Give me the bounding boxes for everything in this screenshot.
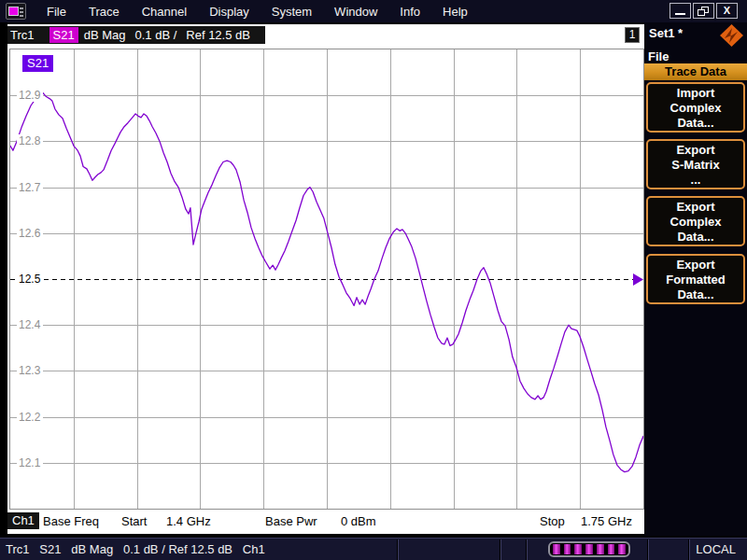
base-power-value: 0 dBm — [341, 514, 376, 528]
window-controls: X — [669, 3, 738, 19]
progress-segment — [618, 544, 626, 554]
softkey-menu-header: File — [648, 49, 669, 63]
remote-local-mode-label: LOCAL — [696, 542, 736, 556]
menu-item-info[interactable]: Info — [388, 2, 431, 21]
menu-item-system[interactable]: System — [261, 2, 323, 21]
menu-item-channel[interactable]: Channel — [131, 2, 198, 21]
channel-bar: Ch1 Base Freq Start 1.4 GHz Base Pwr 0 d… — [7, 511, 644, 534]
progress-segment — [564, 544, 571, 554]
progress-segment — [585, 544, 593, 554]
sweep-type-label: Base Freq — [43, 514, 99, 528]
close-button[interactable]: X — [716, 3, 738, 19]
progress-segment — [608, 544, 615, 554]
start-label: Start — [121, 514, 147, 528]
reference-line-arrow[interactable] — [633, 273, 643, 286]
y-axis-tick-label: 12.3 — [17, 364, 43, 377]
trace-parameter-chip[interactable]: S21 — [49, 27, 78, 43]
rohde-schwarz-logo — [719, 23, 744, 48]
status-separator — [500, 539, 500, 560]
y-axis-tick-label: 12.8 — [17, 134, 43, 147]
stop-frequency-value: 1.75 GHz — [581, 514, 632, 528]
menu-item-display[interactable]: Display — [198, 2, 261, 21]
diagram-number-badge: 1 — [625, 27, 640, 43]
trace-scale[interactable]: 0.1 dB / — [134, 28, 176, 42]
plot-area: 12.112.212.312.412.512.612.712.812.9 — [9, 49, 644, 510]
app-icon-screen — [8, 7, 19, 16]
y-axis-tick-label: 12.1 — [17, 456, 43, 469]
menu-item-window[interactable]: Window — [323, 2, 388, 21]
softkey-export-s-matrix[interactable]: Export S-Matrix ... — [646, 139, 745, 189]
menu-item-file[interactable]: File — [35, 2, 78, 21]
restore-button[interactable] — [693, 3, 714, 19]
softkey-sidebar: Set1 * File Trace Data Import Complex Da… — [644, 22, 747, 536]
stop-label: Stop — [540, 514, 565, 528]
status-trace-info: Trc1 S21 dB Mag 0.1 dB / Ref 12.5 dB Ch1 — [6, 542, 265, 556]
status-separator — [526, 539, 527, 560]
status-bar: Trc1 S21 dB Mag 0.1 dB / Ref 12.5 dB Ch1… — [0, 538, 747, 560]
status-separator — [647, 539, 648, 560]
vna-application-window: FileTraceChannelDisplaySystemWindowInfoH… — [0, 0, 747, 560]
status-separator — [688, 539, 689, 560]
trace-format[interactable]: dB Mag — [84, 28, 126, 42]
softkey-submenu-header[interactable]: Trace Data — [644, 63, 747, 80]
menu-item-help[interactable]: Help — [431, 2, 479, 21]
y-axis-tick-label: 12.9 — [17, 89, 43, 102]
minimize-button[interactable] — [669, 3, 691, 19]
sweep-progress-indicator — [548, 541, 630, 557]
softkey-import-complex-data[interactable]: Import Complex Data... — [646, 82, 745, 133]
title-bar: FileTraceChannelDisplaySystemWindowInfoH… — [0, 0, 747, 22]
trace-name-chip[interactable]: Trc1 — [10, 28, 35, 42]
minimize-icon — [675, 13, 685, 15]
y-axis-ref-label: 12.5 — [17, 273, 43, 286]
progress-segment — [553, 544, 560, 554]
trace-header: Trc1 S21 dB Mag 0.1 dB / Ref 12.5 dB — [7, 26, 265, 44]
trace-reference[interactable]: Ref 12.5 dB — [186, 28, 250, 42]
y-axis-tick-label: 12.7 — [17, 181, 43, 194]
status-separator — [397, 539, 398, 560]
menu-item-trace[interactable]: Trace — [78, 2, 131, 21]
y-axis-tick-label: 12.6 — [17, 227, 43, 240]
trace-label-chip: S21 — [22, 55, 53, 72]
softkey-export-complex-data[interactable]: Export Complex Data... — [646, 196, 745, 246]
softkey-export-formatted-data[interactable]: Export Formatted Data... — [646, 254, 745, 304]
trace-chart — [10, 49, 643, 509]
app-icon — [6, 3, 26, 20]
y-axis-tick-label: 12.2 — [17, 411, 43, 424]
start-frequency-value: 1.4 GHz — [166, 514, 211, 528]
menu-bar: FileTraceChannelDisplaySystemWindowInfoH… — [35, 2, 479, 21]
progress-segment — [574, 544, 582, 554]
setup-tab[interactable]: Set1 * — [649, 26, 683, 40]
progress-segment — [597, 544, 604, 554]
base-power-label: Base Pwr — [265, 514, 317, 528]
channel-name-chip[interactable]: Ch1 — [7, 512, 39, 529]
y-axis-tick-label: 12.4 — [17, 318, 43, 331]
diagram-area: Trc1 S21 dB Mag 0.1 dB / Ref 12.5 dB 1 1… — [7, 24, 644, 534]
